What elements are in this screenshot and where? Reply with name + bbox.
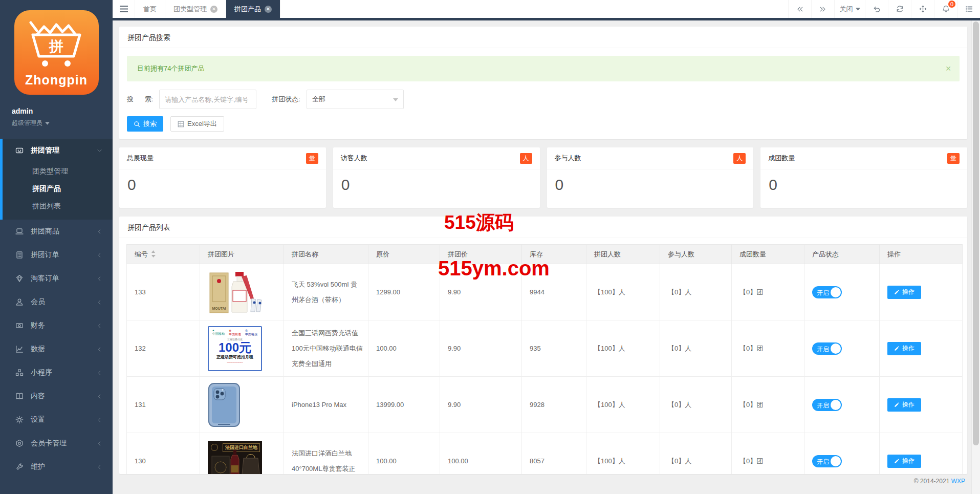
chevron-left-icon [97,464,102,470]
sidebar-group-会员[interactable]: 会员 [0,290,113,314]
brand-name: Zhongpin [14,73,99,88]
chevron-left-icon [97,347,102,352]
sidebar-group-淘客订单[interactable]: 淘客订单 [0,267,113,290]
tab-close-icon[interactable]: ✕ [265,6,272,13]
money-icon [15,321,24,330]
sidebar-group-内容[interactable]: 内容 [0,384,113,408]
tab-label: 团类型管理 [173,5,207,14]
scrollbar-track[interactable] [971,20,980,494]
sidebar-group-label: 淘客订单 [31,274,59,283]
tab-团类型管理[interactable]: 团类型管理✕ [165,0,226,18]
cell-group-price: 100.00 [440,433,522,475]
row-action-button[interactable]: 操作 [887,342,921,355]
book-icon [15,392,24,401]
chevron-left-icon [97,299,102,305]
user-role-dropdown[interactable]: 超级管理员 [12,119,113,127]
list-button[interactable] [957,0,980,18]
action-label: 操作 [902,457,914,465]
table-row: 131 iPhone13 Pro Max13999.009.909928【100… [127,377,963,433]
sidebar-item-拼团列表[interactable]: 拼团列表 [3,197,113,214]
refresh-button[interactable] [888,0,911,18]
row-action-button[interactable]: 操作 [887,455,921,468]
sidebar-item-拼团产品[interactable]: 拼团产品 [3,180,113,197]
cell-image: 法国进口白兰地 [200,433,284,475]
cell-status: 开启 [804,320,880,377]
caret-down-icon [393,98,398,101]
search-input[interactable] [159,90,256,109]
sidebar-item-团类型管理[interactable]: 团类型管理 [3,162,113,180]
sidebar-group-小程序[interactable]: 小程序 [0,361,113,384]
stat-card-value: 0 [333,169,540,200]
cell-id: 131 [127,377,200,433]
sidebar-group-label: 拼团商品 [31,227,59,236]
toggle-label: 开启 [817,289,829,297]
cell-groups: 【0】团 [732,264,804,320]
tab-close-icon[interactable]: ✕ [210,6,217,13]
row-action-button[interactable]: 操作 [887,398,921,412]
chevron-down-icon [97,148,102,154]
search-icon [134,121,140,127]
search-button[interactable]: 搜索 [127,116,163,132]
stat-card-value: 0 [547,169,754,200]
sidebar-group-拼团管理[interactable]: 拼团管理 [3,139,113,162]
alert-close-icon[interactable]: ✕ [945,56,951,81]
scrollbar-thumb[interactable] [973,22,979,445]
menu-toggle-icon[interactable] [113,0,135,18]
chevron-left-icon [97,276,102,282]
excel-export-button[interactable]: Excel导出 [170,116,224,132]
product-image-moutai: MOUTAI [208,269,265,316]
column-header-编号[interactable]: 编号 [127,245,200,264]
cell-groups: 【0】团 [732,377,804,433]
undo-button[interactable] [865,0,888,18]
product-count-alert: 目前拥有74个拼团产品 ✕ [127,56,960,81]
status-toggle[interactable]: 开启 [812,455,842,467]
double-left-icon [796,6,803,13]
card-icon [15,439,24,448]
pencil-icon [894,346,900,351]
stat-card-成团数量: 成团数量量0 [760,147,967,208]
sidebar-group-财务[interactable]: 财务 [0,314,113,337]
move-icon [919,5,927,13]
cell-people: 【100】人 [586,320,660,377]
status-toggle[interactable]: 开启 [812,286,842,298]
user-icon [15,298,24,307]
tab-拼团产品[interactable]: 拼团产品✕ [226,0,280,18]
move-button[interactable] [911,0,934,18]
bell-button[interactable]: 0 [934,0,957,18]
cell-stock: 935 [522,320,586,377]
stat-card-header: 访客人数人 [333,147,540,169]
column-header-产品状态: 产品状态 [804,245,880,264]
stat-card-title: 访客人数 [341,154,367,163]
sidebar-group-会员卡管理[interactable]: 会员卡管理 [0,432,113,455]
stat-card-参与人数: 参与人数人0 [547,147,754,208]
cell-group-price: 9.90 [440,320,522,377]
cell-groups: 【0】团 [732,320,804,377]
stat-card-title: 参与人数 [555,154,581,163]
status-toggle[interactable]: 开启 [812,342,842,355]
toggle-label: 开启 [817,458,829,466]
double-left-button[interactable] [788,0,811,18]
row-action-button[interactable]: 操作 [887,286,921,299]
sidebar-group-设置[interactable]: 设置 [0,408,113,432]
brand-logo: 拼 Zhongpin [14,10,99,95]
chevron-left-icon [97,323,102,329]
sidebar: 拼 Zhongpin admin 超级管理员 拼团管理团类型管理拼团产品拼团列表… [0,0,113,494]
status-toggle[interactable]: 开启 [812,399,842,411]
stats-cards: 总展现量量0访客人数人0参与人数人0成团数量量0 [119,147,967,208]
footer-link[interactable]: WXP [951,478,965,485]
sidebar-group-拼团商品[interactable]: 拼团商品 [0,220,113,243]
double-right-button[interactable] [811,0,834,18]
stat-card-header: 成团数量量 [760,147,967,169]
cell-id: 133 [127,264,200,320]
sidebar-group-拼团订单[interactable]: 拼团订单 [0,243,113,267]
sidebar-group-数据[interactable]: 数据 [0,337,113,361]
search-panel-title: 拼团产品搜索 [119,27,967,48]
column-header-成团数量: 成团数量 [732,245,804,264]
sidebar-group-active: 拼团管理团类型管理拼团产品拼团列表 [0,139,113,220]
cell-joined: 【0】人 [660,264,732,320]
cell-image [200,377,284,433]
sidebar-group-维护[interactable]: 维护 [0,455,113,479]
status-select[interactable]: 全部 [307,90,404,109]
tab-首页[interactable]: 首页 [135,0,165,18]
close-tabs-dropdown[interactable]: 关闭 [834,0,865,18]
